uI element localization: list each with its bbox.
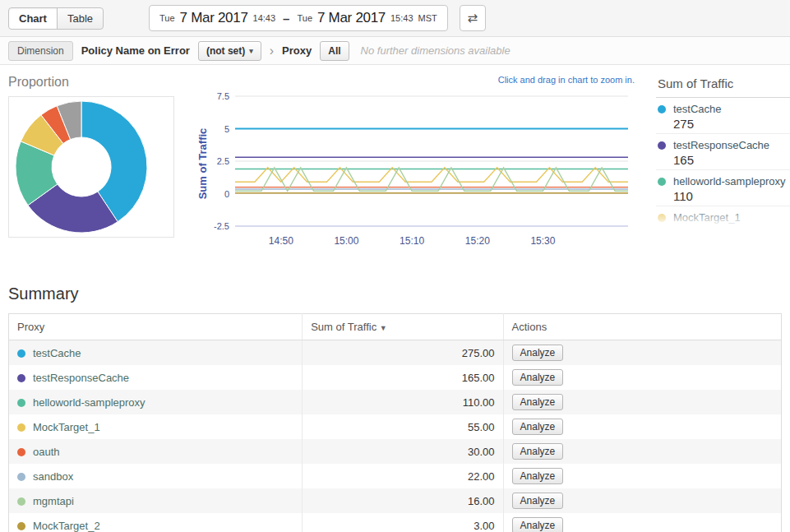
proportion-chart-panel [8, 96, 174, 238]
legend-item-row: helloworld-sampleproxy [658, 175, 790, 187]
proportion-column: Proportion [8, 75, 174, 238]
analyze-button[interactable]: Analyze [512, 394, 564, 410]
analyze-button[interactable]: Analyze [512, 517, 564, 532]
no-dimensions-note: No further dimensions available [361, 44, 510, 57]
zoom-hint: Click and drag in chart to zoom in. [196, 75, 640, 88]
start-day: Tue [159, 13, 175, 23]
table-row: helloworld-sampleproxy110.00Analyze [9, 390, 782, 414]
legend-color-dot [658, 178, 666, 186]
analyze-button[interactable]: Analyze [512, 369, 564, 386]
chevron-right-icon: › [270, 44, 274, 58]
proxy-color-dot [17, 522, 25, 530]
proxy-filter-all-button[interactable]: All [320, 41, 349, 61]
start-date: 7 Mar 2017 [180, 10, 248, 26]
y-tick-label: 2.5 [217, 156, 229, 166]
legend-item: testResponseCache165 [656, 134, 790, 170]
dimension-value-dropdown[interactable]: (not set) ▾ [198, 41, 261, 61]
traffic-value-cell: 110.00 [303, 390, 503, 414]
tab-chart[interactable]: Chart [8, 7, 58, 30]
legend-item-row: testCache [658, 103, 790, 115]
table-row: testResponseCache165.00Analyze [9, 365, 782, 390]
proxy-cell: testCache [9, 340, 303, 366]
actions-cell: Analyze [503, 439, 781, 464]
x-tick-label: 15:00 [334, 235, 358, 247]
actions-cell: Analyze [503, 414, 781, 439]
proxy-name: MockTarget_2 [33, 520, 100, 532]
proxy-dimension-label: Proxy [282, 44, 312, 57]
y-tick-label: 5 [224, 124, 229, 134]
dimension-chip: Dimension [8, 41, 73, 61]
x-tick-label: 15:30 [530, 235, 555, 247]
actions-cell: Analyze [503, 340, 781, 366]
legend-color-dot [658, 141, 666, 150]
tab-table[interactable]: Table [57, 7, 104, 30]
traffic-value-cell: 3.00 [303, 513, 503, 532]
proxy-name: testCache [33, 347, 81, 359]
legend-item-row: testResponseCache [658, 139, 790, 151]
end-time: 15:43 [390, 13, 413, 23]
analyze-button[interactable]: Analyze [512, 493, 564, 509]
summary-section: Summary Proxy Sum of Traffic ▼ Actions t… [0, 285, 790, 532]
proxy-name: helloworld-sampleproxy [33, 396, 146, 409]
column-header-proxy: Proxy [9, 314, 303, 340]
refresh-button[interactable]: ⇄ [460, 5, 486, 31]
refresh-icon: ⇄ [467, 11, 478, 25]
proxy-cell: MockTarget_2 [9, 513, 303, 532]
line-chart-column: Click and drag in chart to zoom in. 7.55… [196, 75, 640, 260]
legend-item-label: MockTarget_1 [673, 211, 741, 224]
traffic-value-cell: 55.00 [303, 414, 503, 439]
traffic-value-cell: 22.00 [303, 464, 503, 488]
legend-item: testCache275 [656, 98, 790, 134]
toolbar: Chart Table Tue 7 Mar 2017 14:43 – Tue 7… [0, 0, 790, 37]
summary-table-body: testCache275.00AnalyzetestResponseCache1… [9, 340, 782, 532]
table-row: MockTarget_23.00Analyze [9, 513, 782, 532]
column-header-traffic-label: Sum of Traffic [311, 321, 377, 333]
table-row: MockTarget_155.00Analyze [9, 414, 782, 439]
actions-cell: Analyze [503, 390, 781, 414]
analyze-button[interactable]: Analyze [512, 443, 564, 460]
summary-title: Summary [8, 285, 782, 303]
chevron-down-icon: ▾ [249, 47, 253, 55]
y-tick-label: 0 [224, 189, 229, 199]
traffic-value-cell: 275.00 [303, 340, 503, 366]
start-time: 14:43 [253, 13, 276, 23]
analyze-button[interactable]: Analyze [512, 419, 564, 435]
analytics-dashboard: Chart Table Tue 7 Mar 2017 14:43 – Tue 7… [0, 0, 790, 532]
traffic-line-chart[interactable]: 7.552.50-2.514:5015:0015:1015:2015:30Sum… [196, 88, 640, 257]
legend-item-row: MockTarget_1 [658, 211, 790, 224]
table-row: sandbox22.00Analyze [9, 464, 782, 488]
legend-item: MockTarget_155 [656, 206, 790, 227]
proxy-cell: sandbox [9, 464, 303, 488]
legend-item-value: 275 [673, 117, 790, 131]
analyze-button[interactable]: Analyze [512, 345, 564, 361]
range-separator: – [283, 12, 289, 25]
dimension-filter-name: Policy Name on Error [81, 44, 190, 57]
legend-color-dot [658, 105, 666, 113]
table-row: mgmtapi16.00Analyze [9, 488, 782, 513]
proxy-color-dot [17, 423, 25, 432]
table-header-row: Proxy Sum of Traffic ▼ Actions [9, 314, 782, 340]
proportion-donut[interactable] [14, 99, 149, 234]
proxy-cell: testResponseCache [9, 365, 303, 390]
analyze-button[interactable]: Analyze [512, 468, 564, 484]
actions-cell: Analyze [503, 365, 781, 390]
column-header-traffic[interactable]: Sum of Traffic ▼ [303, 314, 503, 340]
traffic-value-cell: 16.00 [303, 488, 503, 513]
legend-item-label: testResponseCache [673, 139, 769, 151]
x-tick-label: 15:20 [465, 235, 490, 247]
proxy-name: testResponseCache [33, 372, 129, 384]
actions-cell: Analyze [503, 464, 781, 488]
sort-desc-icon: ▼ [380, 324, 387, 332]
proxy-color-dot [17, 349, 25, 358]
x-tick-label: 14:50 [269, 235, 293, 247]
proxy-name: mgmtapi [33, 495, 74, 507]
legend-item-label: testCache [673, 103, 722, 115]
proxy-color-dot [17, 473, 25, 481]
timezone: MST [418, 13, 437, 23]
actions-cell: Analyze [503, 513, 781, 532]
table-row: oauth30.00Analyze [9, 439, 782, 464]
actions-cell: Analyze [503, 488, 781, 513]
legend-list: testCache275testResponseCache165hellowor… [656, 98, 790, 227]
proxy-color-dot [17, 374, 25, 382]
date-range-picker[interactable]: Tue 7 Mar 2017 14:43 – Tue 7 Mar 2017 15… [149, 5, 448, 31]
